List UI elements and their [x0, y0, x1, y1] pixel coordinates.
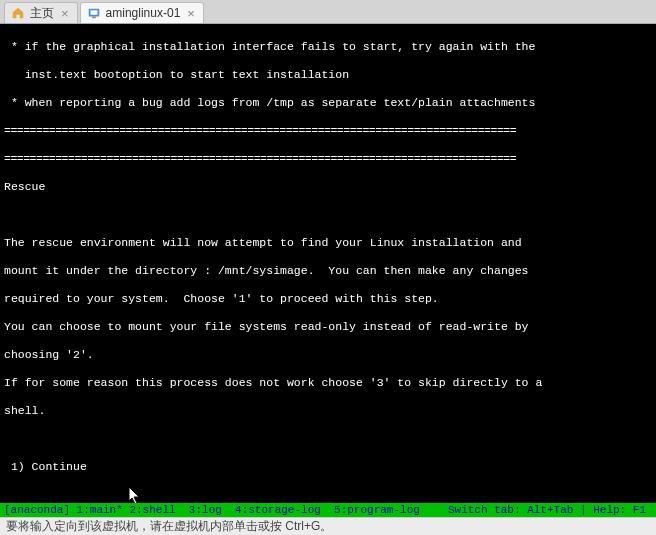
anaconda-statusbar: [anaconda] 1:main* 2:shell 3:log 4:stora…: [0, 503, 656, 517]
terminal-line: shell.: [4, 404, 652, 418]
terminal-line: mount it under the directory : /mnt/sysi…: [4, 264, 652, 278]
terminal-viewport[interactable]: * if the graphical installation interfac…: [0, 24, 656, 517]
tab-label: aminglinux-01: [106, 6, 181, 20]
terminal-line: required to your system. Choose '1' to p…: [4, 292, 652, 306]
terminal-line: inst.text bootoption to start text insta…: [4, 68, 652, 82]
vm-icon: [87, 6, 101, 20]
terminal-line: If for some reason this process does not…: [4, 376, 652, 390]
terminal-line: * when reporting a bug add logs from /tm…: [4, 96, 652, 110]
separator: ========================================…: [4, 124, 652, 138]
terminal-line: choosing '2'.: [4, 348, 652, 362]
separator: ========================================…: [4, 152, 652, 166]
svg-rect-1: [90, 10, 97, 14]
status-right: Switch tab: Alt+Tab | Help: F1: [448, 504, 652, 516]
tab-vm[interactable]: aminglinux-01 ×: [80, 2, 204, 23]
option-continue: 1) Continue: [4, 460, 652, 474]
terminal-line: You can choose to mount your file system…: [4, 320, 652, 334]
home-icon: [11, 6, 25, 20]
tab-bar: 主页 × aminglinux-01 ×: [0, 0, 656, 24]
vm-input-hint: 要将输入定向到该虚拟机，请在虚拟机内部单击或按 Ctrl+G。: [0, 517, 656, 535]
terminal-line: * if the graphical installation interfac…: [4, 40, 652, 54]
hint-text: 要将输入定向到该虚拟机，请在虚拟机内部单击或按 Ctrl+G。: [6, 518, 332, 535]
tab-label: 主页: [30, 5, 54, 22]
status-left: [anaconda] 1:main* 2:shell 3:log 4:stora…: [4, 504, 426, 516]
tab-home[interactable]: 主页 ×: [4, 2, 78, 23]
terminal-line: The rescue environment will now attempt …: [4, 236, 652, 250]
close-icon[interactable]: ×: [59, 7, 71, 20]
svg-rect-2: [92, 17, 96, 19]
close-icon[interactable]: ×: [185, 7, 197, 20]
rescue-heading: Rescue: [4, 180, 652, 194]
